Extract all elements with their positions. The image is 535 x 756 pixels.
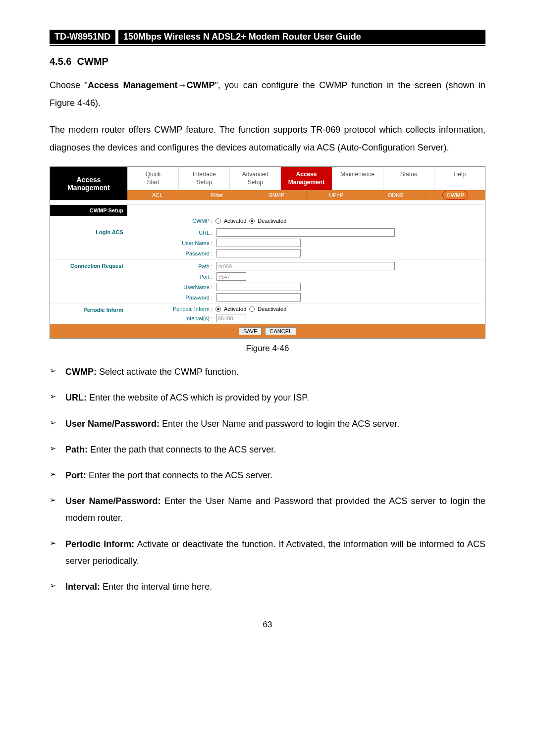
list-item: ➢ Interval: Enter the interval time here…	[50, 578, 485, 595]
label-url: URL :	[127, 230, 215, 236]
subtab-filter[interactable]: Filter	[187, 190, 246, 200]
router-screenshot: Access Management Quick Start Interface …	[50, 166, 485, 339]
model-badge: TD-W8951ND	[50, 30, 115, 44]
intro-paragraph-2: The modem router offers CWMP feature. Th…	[50, 121, 485, 156]
label-port: Port :	[127, 274, 215, 280]
list-item: ➢ Path: Enter the path that connects to …	[50, 441, 485, 458]
tab-help[interactable]: Help	[434, 167, 485, 190]
description-list: ➢ CWMP: Select activate the CWMP functio…	[50, 363, 485, 595]
page-number: 63	[50, 620, 485, 630]
nav-sidebar: Access Management	[50, 167, 127, 200]
sub-tabs: ACL Filter SNMP UPnP DDNS CWMP	[127, 190, 485, 200]
list-item: ➢ Periodic Inform: Activate or deactivat…	[50, 536, 485, 569]
bullet-icon: ➢	[50, 415, 65, 432]
label-acs-password: Password :	[127, 251, 215, 256]
list-item: ➢ User Name/Password: Enter the User Nam…	[50, 493, 485, 526]
tab-advanced-setup[interactable]: Advanced Setup	[229, 167, 280, 190]
input-cr-password[interactable]	[216, 293, 301, 302]
tab-status[interactable]: Status	[383, 167, 434, 190]
input-acs-username[interactable]	[216, 239, 301, 247]
section-connection-request: Connection Request	[50, 260, 127, 303]
section-periodic-inform: Periodic Inform	[50, 304, 127, 324]
input-port[interactable]	[216, 272, 246, 281]
subtab-snmp[interactable]: SNMP	[247, 190, 306, 200]
form-footer: SAVE CANCEL	[50, 324, 485, 338]
save-button[interactable]: SAVE	[239, 327, 262, 335]
bullet-icon: ➢	[50, 441, 65, 458]
input-cr-username[interactable]	[216, 283, 301, 291]
list-item: ➢ Port: Enter the port that connects to …	[50, 467, 485, 484]
bullet-icon: ➢	[50, 467, 65, 484]
radio-cwmp-deactivated[interactable]	[249, 218, 255, 224]
section-number: 4.5.6	[50, 56, 71, 67]
bullet-icon: ➢	[50, 389, 65, 406]
figure-caption: Figure 4-46	[50, 344, 485, 353]
input-interval[interactable]	[216, 314, 246, 322]
menu-path: Access Management→CWMP	[88, 80, 215, 90]
tab-interface-setup[interactable]: Interface Setup	[178, 167, 229, 190]
label-cr-username: UserName :	[127, 284, 215, 290]
document-header: TD-W8951ND 150Mbps Wireless N ADSL2+ Mod…	[50, 30, 485, 46]
label-acs-username: User Name :	[127, 240, 215, 246]
radio-periodic-activated[interactable]	[215, 306, 221, 312]
subtab-ddns[interactable]: DDNS	[366, 190, 425, 200]
tab-quick-start[interactable]: Quick Start	[127, 167, 178, 190]
list-item: ➢ User Name/Password: Enter the User Nam…	[50, 415, 485, 432]
list-item: ➢ URL: Enter the website of ACS which is…	[50, 389, 485, 406]
label-cwmp: CWMP :	[127, 218, 215, 224]
tab-access-management[interactable]: Access Management	[280, 167, 331, 190]
bullet-icon: ➢	[50, 363, 65, 380]
subtab-upnp[interactable]: UPnP	[306, 190, 366, 200]
input-url[interactable]	[216, 228, 395, 237]
label-interval: Interval(s) :	[127, 315, 215, 321]
section-cwmp-setup: CWMP Setup	[50, 205, 127, 216]
subtab-acl[interactable]: ACL	[127, 190, 187, 200]
bullet-icon: ➢	[50, 493, 65, 526]
section-login-acs: Login ACS	[50, 226, 127, 259]
bullet-icon: ➢	[50, 578, 65, 595]
label-periodic-inform: Periodic Inform :	[127, 306, 215, 312]
label-cr-password: Password :	[127, 295, 215, 301]
subtab-cwmp[interactable]: CWMP	[426, 190, 485, 200]
section-heading: 4.5.6 CWMP	[50, 56, 485, 67]
cancel-button[interactable]: CANCEL	[265, 327, 296, 335]
radio-periodic-deactivated[interactable]	[249, 306, 255, 312]
list-item: ➢ CWMP: Select activate the CWMP functio…	[50, 363, 485, 380]
input-path[interactable]	[216, 262, 395, 270]
tab-maintenance[interactable]: Maintenance	[332, 167, 383, 190]
main-tabs: Quick Start Interface Setup Advanced Set…	[127, 167, 485, 190]
bullet-icon: ➢	[50, 536, 65, 569]
intro-paragraph-1: Choose "Access Management→CWMP", you can…	[50, 76, 485, 112]
radio-cwmp-activated[interactable]	[215, 218, 221, 224]
guide-title: 150Mbps Wireless N ADSL2+ Modem Router U…	[118, 30, 485, 44]
input-acs-password[interactable]	[216, 249, 301, 257]
section-title: CWMP	[77, 56, 108, 67]
label-path: Path :	[127, 263, 215, 269]
